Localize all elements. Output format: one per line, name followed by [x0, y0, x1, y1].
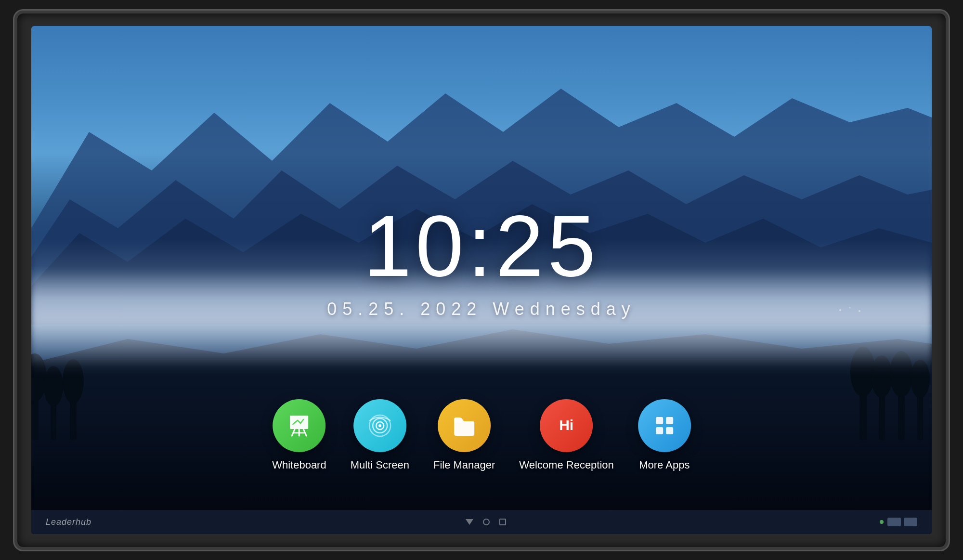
multiscreen-icon	[353, 399, 406, 452]
welcome-label: Welcome Reception	[519, 459, 613, 471]
apps-section: Whiteboard	[272, 399, 691, 471]
svg-rect-22	[290, 416, 308, 417]
nav-home-icon[interactable]	[483, 519, 490, 525]
brand-logo: Leaderhub	[46, 517, 91, 527]
bottom-btn-2[interactable]	[904, 518, 917, 526]
bottom-btn-1[interactable]	[887, 518, 901, 526]
filemanager-label: File Manager	[433, 459, 495, 471]
welcome-icon: Hi	[540, 399, 593, 452]
side-buttons	[15, 227, 17, 262]
svg-rect-34	[656, 427, 663, 434]
moreapps-label: More Apps	[639, 459, 690, 471]
side-button-2[interactable]	[15, 239, 17, 250]
welcome-svg: Hi	[553, 412, 581, 440]
bottom-bar: Leaderhub	[31, 510, 932, 534]
filemanager-icon	[438, 399, 491, 452]
date-display: 05.25. 2022 Wednesday	[327, 299, 636, 319]
svg-point-30	[378, 424, 381, 427]
nav-back-icon[interactable]	[466, 519, 473, 525]
app-filemanager[interactable]: File Manager	[433, 399, 495, 471]
whiteboard-svg	[285, 412, 313, 440]
bottom-icon-buttons	[887, 518, 917, 526]
clock-display: 10:25	[327, 203, 636, 289]
side-button-3[interactable]	[15, 252, 17, 262]
nav-recent-icon[interactable]	[499, 519, 506, 525]
multiscreen-label: Multi Screen	[351, 459, 409, 471]
multiscreen-svg	[366, 412, 394, 440]
whiteboard-label: Whiteboard	[272, 459, 326, 471]
app-multiscreen[interactable]: Multi Screen	[351, 399, 409, 471]
main-screen: 10:25 05.25. 2022 Wednesday	[31, 26, 932, 534]
moreapps-svg	[651, 412, 678, 440]
side-button-1[interactable]	[15, 227, 17, 237]
moreapps-icon	[638, 399, 691, 452]
filemanager-svg	[450, 412, 478, 440]
svg-rect-35	[666, 427, 673, 434]
app-moreapps[interactable]: More Apps	[638, 399, 691, 471]
tv-frame: 10:25 05.25. 2022 Wednesday	[14, 11, 949, 550]
bottom-controls	[880, 518, 917, 526]
svg-rect-33	[666, 417, 673, 424]
whiteboard-icon	[273, 399, 325, 452]
app-whiteboard[interactable]: Whiteboard	[272, 399, 326, 471]
time-section: 10:25 05.25. 2022 Wednesday	[327, 203, 636, 319]
status-dot	[880, 520, 884, 524]
bottom-navigation	[466, 519, 506, 525]
app-welcome[interactable]: Hi Welcome Reception	[519, 399, 613, 471]
screen-content: 10:25 05.25. 2022 Wednesday	[31, 26, 932, 534]
svg-text:Hi: Hi	[560, 417, 574, 433]
svg-rect-32	[656, 417, 663, 424]
